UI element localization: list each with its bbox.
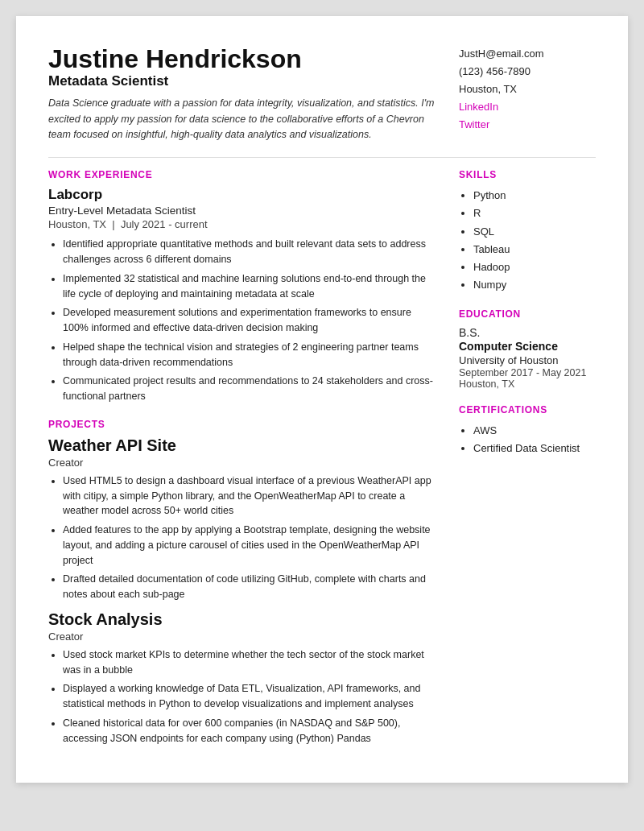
skill-hadoop: Hadoop [473, 258, 596, 276]
job-entry: Labcorp Entry-Level Metadata Scientist H… [48, 187, 435, 404]
job-title: Entry-Level Metadata Scientist [48, 205, 435, 217]
job-location: Houston, TX [48, 218, 106, 230]
twitter-link[interactable]: Twitter [459, 118, 489, 130]
project-2: Stock Analysis Creator Used stock market… [48, 610, 435, 746]
job-bullet-5: Communicated project results and recomme… [63, 374, 435, 404]
job-meta: Houston, TX | July 2021 - current [48, 218, 435, 230]
project-1-bullet-1: Used HTML5 to design a dashboard visual … [63, 473, 435, 519]
certifications-list: AWS Certified Data Scientist [459, 422, 596, 457]
side-column: SKILLS Python R SQL Tableau Hadoop Numpy… [459, 169, 596, 754]
project-1-bullets: Used HTML5 to design a dashboard visual … [48, 473, 435, 602]
linkedin-link[interactable]: LinkedIn [459, 101, 498, 113]
skill-r: R [473, 205, 596, 222]
project-2-bullet-3: Cleaned historical data for over 600 com… [63, 716, 435, 746]
candidate-name: Justine Hendrickson [48, 45, 435, 73]
resume: Justine Hendrickson Metadata Scientist D… [16, 16, 628, 783]
project-2-name: Stock Analysis [48, 610, 435, 629]
job-separator: | [109, 218, 121, 230]
header-section: Justine Hendrickson Metadata Scientist D… [48, 45, 596, 143]
skill-numpy: Numpy [473, 276, 596, 294]
edu-dates: September 2017 - May 2021 [459, 367, 596, 378]
project-2-role: Creator [48, 630, 435, 643]
job-bullet-3: Developed measurement solutions and expe… [63, 305, 435, 336]
skill-sql: SQL [473, 223, 596, 241]
project-1-bullet-3: Drafted detailed documentation of code u… [63, 572, 435, 602]
candidate-title: Metadata Scientist [48, 73, 435, 89]
job-bullet-1: Identified appropriate quantitative meth… [63, 237, 435, 267]
edu-location: Houston, TX [459, 378, 596, 390]
work-experience-heading: WORK EXPERIENCE [48, 169, 435, 180]
company-name: Labcorp [48, 187, 435, 203]
header-divider [48, 157, 596, 158]
contact-info: JustH@email.com (123) 456-7890 Houston, … [459, 45, 596, 134]
job-bullet-4: Helped shape the technical vision and st… [63, 340, 435, 370]
contact-phone: (123) 456-7890 [459, 63, 596, 81]
project-2-bullet-2: Displayed a working knowledge of Data ET… [63, 681, 435, 712]
edu-school: University of Houston [459, 354, 596, 366]
job-bullets: Identified appropriate quantitative meth… [48, 237, 435, 404]
job-bullet-2: Implemented 32 statistical and machine l… [63, 271, 435, 302]
project-1-name: Weather API Site [48, 436, 435, 455]
project-1-role: Creator [48, 457, 435, 469]
project-2-bullets: Used stock market KPIs to determine whet… [48, 647, 435, 746]
header-left: Justine Hendrickson Metadata Scientist D… [48, 45, 459, 143]
project-1: Weather API Site Creator Used HTML5 to d… [48, 436, 435, 602]
skills-list: Python R SQL Tableau Hadoop Numpy [459, 187, 596, 294]
project-2-bullet-1: Used stock market KPIs to determine whet… [63, 647, 435, 678]
candidate-summary: Data Science graduate with a passion for… [48, 96, 435, 143]
two-col-layout: WORK EXPERIENCE Labcorp Entry-Level Meta… [48, 169, 596, 754]
project-1-bullet-2: Added features to the app by applying a … [63, 523, 435, 568]
skill-tableau: Tableau [473, 241, 596, 258]
contact-location: Houston, TX [459, 81, 596, 98]
edu-major: Computer Science [459, 340, 596, 353]
contact-email: JustH@email.com [459, 45, 596, 63]
skill-python: Python [473, 187, 596, 205]
main-column: WORK EXPERIENCE Labcorp Entry-Level Meta… [48, 169, 435, 754]
cert-data-scientist: Certified Data Scientist [473, 440, 596, 457]
skills-heading: SKILLS [459, 169, 596, 180]
edu-degree: B.S. [459, 326, 596, 339]
job-dates: July 2021 - current [121, 218, 208, 230]
projects-heading: PROJECTS [48, 419, 435, 430]
education-heading: EDUCATION [459, 308, 596, 320]
certifications-heading: CERTIFICATIONS [459, 404, 596, 416]
cert-aws: AWS [473, 422, 596, 440]
